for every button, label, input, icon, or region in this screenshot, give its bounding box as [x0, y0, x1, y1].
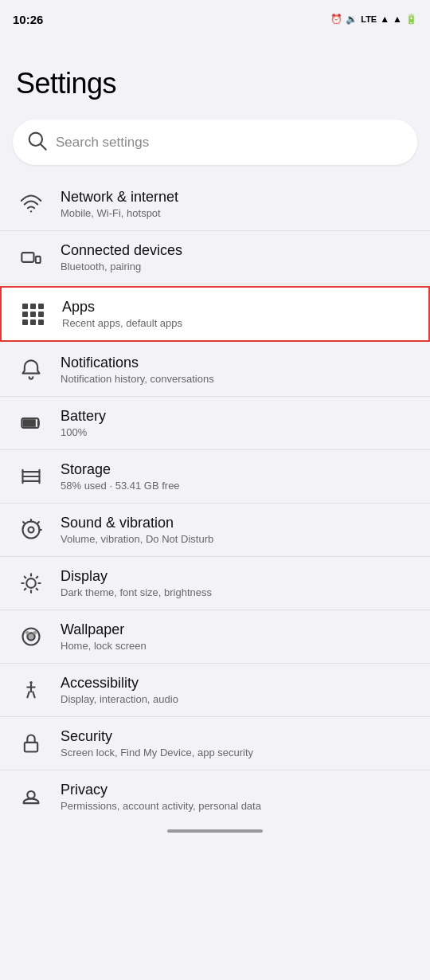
svg-line-1 [41, 144, 45, 149]
settings-item-security[interactable]: SecurityScreen lock, Find My Device, app… [0, 717, 430, 770]
settings-item-network[interactable]: Network & internetMobile, Wi-Fi, hotspot [0, 178, 430, 231]
search-placeholder: Search settings [56, 135, 149, 151]
svg-line-23 [37, 577, 38, 578]
storage-title: Storage [61, 461, 414, 478]
settings-item-storage[interactable]: Storage58% used · 53.41 GB free [0, 450, 430, 504]
apps-title: Apps [62, 299, 412, 316]
page-header: Settings [0, 35, 430, 113]
battery-icon [16, 408, 46, 438]
battery-subtitle: 100% [61, 426, 414, 438]
settings-item-apps[interactable]: AppsRecent apps, default apps [0, 286, 430, 342]
svg-line-21 [25, 577, 26, 578]
privacy-icon [16, 782, 46, 812]
security-text: SecurityScreen lock, Find My Device, app… [61, 728, 414, 759]
settings-item-display[interactable]: DisplayDark theme, font size, brightness [0, 557, 430, 610]
network-subtitle: Mobile, Wi-Fi, hotspot [61, 207, 414, 219]
notifications-text: NotificationsNotification history, conve… [61, 355, 414, 385]
security-title: Security [61, 728, 414, 745]
wallpaper-title: Wallpaper [61, 621, 414, 638]
status-icons: ⏰ 🔉 LTE ▲ ▲ 🔋 [330, 14, 417, 25]
settings-item-sound[interactable]: Sound & vibrationVolume, vibration, Do N… [0, 504, 430, 557]
svg-point-32 [27, 791, 34, 798]
svg-line-24 [25, 589, 26, 590]
signal-icon: ▲ [380, 14, 389, 25]
svg-line-22 [37, 589, 38, 590]
notifications-title: Notifications [61, 355, 414, 371]
svg-point-16 [26, 578, 36, 588]
bottom-bar [0, 823, 430, 839]
sound-title: Sound & vibration [61, 515, 414, 531]
battery-text: Battery100% [61, 408, 414, 438]
display-text: DisplayDark theme, font size, brightness [61, 568, 414, 598]
settings-item-battery[interactable]: Battery100% [0, 397, 430, 450]
storage-text: Storage58% used · 53.41 GB free [61, 461, 414, 492]
sound-text: Sound & vibrationVolume, vibration, Do N… [61, 515, 414, 545]
settings-item-connected-devices[interactable]: Connected devicesBluetooth, pairing [0, 231, 430, 284]
connected-devices-text: Connected devicesBluetooth, pairing [61, 242, 414, 272]
notifications-subtitle: Notification history, conversations [61, 373, 414, 385]
apps-subtitle: Recent apps, default apps [62, 317, 412, 329]
svg-rect-4 [36, 257, 41, 263]
settings-item-privacy[interactable]: PrivacyPermissions, account activity, pe… [0, 770, 430, 823]
lte-icon: LTE [361, 14, 377, 24]
status-bar: 10:26 ⏰ 🔉 LTE ▲ ▲ 🔋 [0, 0, 430, 35]
svg-rect-3 [22, 253, 33, 262]
privacy-title: Privacy [61, 782, 414, 798]
settings-list: Network & internetMobile, Wi-Fi, hotspot… [0, 178, 430, 823]
status-time: 10:26 [13, 13, 43, 26]
display-title: Display [61, 568, 414, 585]
accessibility-icon [16, 675, 46, 705]
svg-point-29 [29, 681, 33, 684]
bell-icon [16, 355, 46, 385]
network-text: Network & internetMobile, Wi-Fi, hotspot [61, 189, 414, 219]
sound-icon [16, 515, 46, 545]
storage-icon [16, 461, 46, 492]
page-title: Settings [16, 67, 414, 100]
storage-subtitle: 58% used · 53.41 GB free [61, 480, 414, 492]
settings-item-wallpaper[interactable]: WallpaperHome, lock screen [0, 610, 430, 664]
svg-point-12 [23, 522, 40, 539]
search-bar[interactable]: Search settings [13, 120, 417, 165]
signal2-icon: ▲ [393, 14, 402, 25]
apps-text: AppsRecent apps, default apps [62, 299, 412, 329]
svg-point-13 [29, 527, 34, 533]
svg-point-28 [33, 631, 37, 635]
display-icon [16, 568, 46, 598]
svg-point-27 [25, 631, 29, 635]
sound-subtitle: Volume, vibration, Do Not Disturb [61, 533, 414, 545]
svg-point-2 [30, 210, 32, 212]
accessibility-text: AccessibilityDisplay, interaction, audio [61, 675, 414, 705]
wallpaper-text: WallpaperHome, lock screen [61, 621, 414, 652]
accessibility-title: Accessibility [61, 675, 414, 692]
battery-icon: 🔋 [405, 14, 417, 25]
wallpaper-icon [16, 621, 46, 652]
settings-item-notifications[interactable]: NotificationsNotification history, conve… [0, 343, 430, 397]
apps-icon [18, 299, 48, 329]
alarm-icon: ⏰ [330, 14, 342, 25]
search-icon [25, 129, 48, 155]
volume-icon: 🔉 [346, 14, 358, 25]
search-bar-container: Search settings [0, 113, 430, 178]
security-subtitle: Screen lock, Find My Device, app securit… [61, 747, 414, 759]
connected-devices-subtitle: Bluetooth, pairing [61, 261, 414, 272]
devices-icon [16, 242, 46, 272]
battery-title: Battery [61, 408, 414, 425]
network-title: Network & internet [61, 189, 414, 206]
connected-devices-title: Connected devices [61, 242, 414, 259]
bottom-indicator [167, 829, 263, 833]
security-icon [16, 728, 46, 759]
privacy-text: PrivacyPermissions, account activity, pe… [61, 782, 414, 812]
accessibility-subtitle: Display, interaction, audio [61, 693, 414, 705]
settings-item-accessibility[interactable]: AccessibilityDisplay, interaction, audio [0, 664, 430, 717]
svg-rect-31 [25, 743, 37, 752]
wallpaper-subtitle: Home, lock screen [61, 640, 414, 652]
display-subtitle: Dark theme, font size, brightness [61, 586, 414, 598]
wifi-icon [16, 189, 46, 219]
privacy-subtitle: Permissions, account activity, personal … [61, 800, 414, 812]
svg-rect-6 [23, 419, 36, 426]
